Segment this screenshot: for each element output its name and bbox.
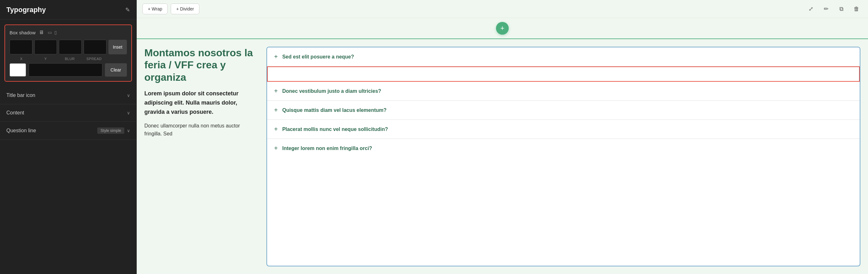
main-body: Donec ullamcorper nulla non metus auctor… <box>144 122 259 138</box>
faq-item-selected[interactable] <box>267 66 860 82</box>
faq-plus-icon: + <box>274 126 278 133</box>
title-bar-icon-label: Title bar icon <box>6 92 35 98</box>
move-icon[interactable]: ⤢ <box>805 3 816 14</box>
main-heading: Montamos nosotros la feria / VFF crea y … <box>144 47 259 83</box>
faq-item[interactable]: + Integer lorem non enim fringilla orci? <box>267 139 860 158</box>
mobile-icon[interactable]: ▯ <box>54 30 57 35</box>
faq-question: Integer lorem non enim fringilla orci? <box>282 146 372 151</box>
label-x: X <box>10 57 32 61</box>
faq-plus-icon: + <box>274 145 278 152</box>
inset-button[interactable]: Inset <box>108 40 127 54</box>
trash-icon[interactable]: 🗑 <box>851 3 862 14</box>
content-area: Montamos nosotros la feria / VFF crea y … <box>137 39 868 274</box>
label-blur: BLUR <box>59 57 81 61</box>
faq-plus-icon: + <box>274 53 278 60</box>
shadow-y-input[interactable] <box>34 40 57 54</box>
content-header[interactable]: Content ∨ <box>0 104 136 121</box>
content-section: Content ∨ <box>0 104 136 122</box>
shadow-color-input[interactable] <box>29 63 102 77</box>
clear-button[interactable]: Clear <box>105 63 127 77</box>
main-content: + Wrap + Divider ⤢ ✏ ⧉ 🗑 + Montamos noso… <box>137 0 868 274</box>
faq-item[interactable]: + Quisque mattis diam vel lacus elementu… <box>267 101 860 120</box>
style-badge: Style simple <box>97 127 124 134</box>
faq-question: Quisque mattis diam vel lacus elementum? <box>282 108 386 113</box>
question-line-label: Question line <box>6 128 36 133</box>
top-toolbar: + Wrap + Divider ⤢ ✏ ⧉ 🗑 <box>137 0 868 18</box>
text-content: Montamos nosotros la feria / VFF crea y … <box>144 47 259 266</box>
box-shadow-icons: 🖥 ▭ ▯ <box>39 30 57 35</box>
copy-icon[interactable]: ⧉ <box>836 3 847 14</box>
wrap-button[interactable]: + Wrap <box>143 3 167 14</box>
title-bar-icon-section: Title bar icon ∨ <box>0 87 136 104</box>
faq-item[interactable]: + Donec vestibulum justo a diam ultricie… <box>267 82 860 101</box>
title-bar-icon-right: ∨ <box>127 93 130 98</box>
faq-panel: + Sed est elit posuere a neque? + Donec … <box>267 47 860 266</box>
faq-plus-icon: + <box>274 106 278 114</box>
label-spread: SPREAD <box>83 57 105 61</box>
title-bar-icon-chevron: ∨ <box>127 93 130 98</box>
faq-item[interactable]: + Placerat mollis nunc vel neque sollici… <box>267 120 860 139</box>
faq-question: Sed est elit posuere a neque? <box>282 54 354 60</box>
shadow-spread-input[interactable] <box>84 40 106 54</box>
content-chevron: ∨ <box>127 110 130 115</box>
monitor-icon[interactable]: 🖥 <box>39 30 44 35</box>
shadow-blur-input[interactable] <box>59 40 82 54</box>
faq-item[interactable]: + Sed est elit posuere a neque? <box>267 48 860 66</box>
shadow-color-row: Clear <box>9 63 127 77</box>
tablet-icon[interactable]: ▭ <box>48 30 52 35</box>
content-right: ∨ <box>127 110 130 115</box>
question-line-chevron: ∨ <box>127 128 130 133</box>
toolbar-left: + Wrap + Divider <box>143 3 199 14</box>
question-line-header[interactable]: Question line Style simple ∨ <box>0 122 136 140</box>
box-shadow-section: Box shadow 🖥 ▭ ▯ Inset X Y BLUR SPREAD C… <box>4 25 132 82</box>
box-shadow-header: Box shadow 🖥 ▭ ▯ <box>9 30 127 35</box>
sidebar-header: Typography ✎ <box>0 0 136 20</box>
sidebar-title: Typography <box>6 6 46 14</box>
faq-plus-icon: + <box>274 87 278 95</box>
toolbar-right: ⤢ ✏ ⧉ 🗑 <box>805 3 862 14</box>
faq-question: Donec vestibulum justo a diam ultricies? <box>282 88 381 94</box>
title-bar-icon-header[interactable]: Title bar icon ∨ <box>0 87 136 104</box>
faq-question: Placerat mollis nunc vel neque sollicitu… <box>282 126 388 132</box>
add-row-area: + <box>137 18 868 39</box>
shadow-inputs-row: Inset <box>9 40 127 54</box>
content-label: Content <box>6 110 24 116</box>
box-shadow-label: Box shadow <box>9 30 36 35</box>
add-row-button[interactable]: + <box>496 22 509 35</box>
main-body-bold: Lorem ipsum dolor sit consectetur adipis… <box>144 89 259 116</box>
edit-icon[interactable]: ✎ <box>125 6 130 13</box>
shadow-x-input[interactable] <box>9 40 32 54</box>
question-line-section: Question line Style simple ∨ <box>0 122 136 140</box>
divider-button[interactable]: + Divider <box>171 3 199 14</box>
shadow-labels-row: X Y BLUR SPREAD <box>9 57 127 61</box>
pen-icon[interactable]: ✏ <box>820 3 832 14</box>
label-y: Y <box>34 57 57 61</box>
question-line-right: Style simple ∨ <box>97 127 130 134</box>
shadow-color-swatch[interactable] <box>9 63 26 77</box>
left-sidebar: Typography ✎ Box shadow 🖥 ▭ ▯ Inset X Y … <box>0 0 137 274</box>
